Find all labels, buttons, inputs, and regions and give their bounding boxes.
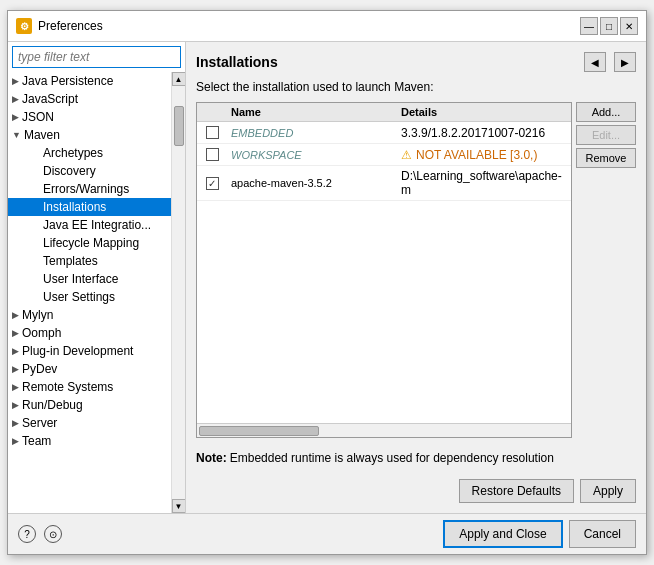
sidebar-item-label: Server	[22, 416, 57, 430]
row-checkbox[interactable]	[197, 148, 227, 161]
row-name: EMBEDDED	[227, 127, 397, 139]
horizontal-scrollbar[interactable]	[197, 423, 571, 437]
table-row[interactable]: EMBEDDED 3.3.9/1.8.2.20171007-0216	[197, 122, 571, 144]
sidebar-item-label: Templates	[43, 254, 98, 268]
sidebar-item-label: Lifecycle Mapping	[43, 236, 139, 250]
sidebar-item-label: User Settings	[43, 290, 115, 304]
details-value: 3.3.9/1.8.2.20171007-0216	[401, 126, 545, 140]
checkbox[interactable]	[206, 148, 219, 161]
chevron-icon: ▶	[12, 112, 19, 122]
table-row[interactable]: ✓ apache-maven-3.5.2 D:\Learning_softwar…	[197, 166, 571, 201]
details-header: Details	[397, 106, 571, 118]
row-checkbox[interactable]: ✓	[197, 177, 227, 190]
sidebar-item-java-ee-integration[interactable]: Java EE Integratio...	[8, 216, 171, 234]
sidebar-item-label: Mylyn	[22, 308, 53, 322]
sidebar-item-run-debug[interactable]: ▶Run/Debug	[8, 396, 171, 414]
sidebar-item-javascript[interactable]: ▶JavaScript	[8, 90, 171, 108]
sidebar-item-archetypes[interactable]: Archetypes	[8, 144, 171, 162]
remove-button[interactable]: Remove	[576, 148, 636, 168]
sidebar-item-pydev[interactable]: ▶PyDev	[8, 360, 171, 378]
sidebar-item-label: Team	[22, 434, 51, 448]
sidebar: ▶Java Persistence▶JavaScript▶JSON▼MavenA…	[8, 42, 186, 513]
check-header	[197, 106, 227, 118]
row-name: apache-maven-3.5.2	[227, 177, 397, 189]
settings-icon[interactable]: ⊙	[44, 525, 62, 543]
row-details: ⚠NOT AVAILABLE [3.0,)	[397, 148, 571, 162]
sidebar-item-java-persistence[interactable]: ▶Java Persistence	[8, 72, 171, 90]
footer-buttons: Apply and Close Cancel	[443, 520, 636, 548]
sidebar-item-installations[interactable]: Installations	[8, 198, 171, 216]
sidebar-item-label: PyDev	[22, 362, 57, 376]
apply-and-close-button[interactable]: Apply and Close	[443, 520, 562, 548]
warning-icon: ⚠	[401, 148, 412, 162]
minimize-button[interactable]: —	[580, 17, 598, 35]
chevron-icon: ▶	[12, 418, 19, 428]
sidebar-scroll: ▶Java Persistence▶JavaScript▶JSON▼MavenA…	[8, 72, 185, 513]
table-row[interactable]: WORKSPACE ⚠NOT AVAILABLE [3.0,)	[197, 144, 571, 166]
sidebar-item-errors-warnings[interactable]: Errors/Warnings	[8, 180, 171, 198]
window-icon: ⚙	[16, 18, 32, 34]
sidebar-item-plugin-development[interactable]: ▶Plug-in Development	[8, 342, 171, 360]
sidebar-item-mylyn[interactable]: ▶Mylyn	[8, 306, 171, 324]
chevron-icon: ▶	[12, 94, 19, 104]
sidebar-item-oomph[interactable]: ▶Oomph	[8, 324, 171, 342]
search-input[interactable]	[12, 46, 181, 68]
sidebar-item-json[interactable]: ▶JSON	[8, 108, 171, 126]
table-header: Name Details	[197, 103, 571, 122]
sidebar-item-remote-systems[interactable]: ▶Remote Systems	[8, 378, 171, 396]
maximize-button[interactable]: □	[600, 17, 618, 35]
cancel-button[interactable]: Cancel	[569, 520, 636, 548]
panel-description: Select the installation used to launch M…	[196, 80, 636, 94]
scroll-up-button[interactable]: ▲	[172, 72, 186, 86]
right-action-buttons: Add... Edit... Remove	[576, 102, 636, 444]
not-available-text: NOT AVAILABLE [3.0,)	[416, 148, 537, 162]
sidebar-item-templates[interactable]: Templates	[8, 252, 171, 270]
close-button[interactable]: ✕	[620, 17, 638, 35]
sidebar-item-team[interactable]: ▶Team	[8, 432, 171, 450]
restore-defaults-button[interactable]: Restore Defaults	[459, 479, 574, 503]
sidebar-item-label: Installations	[43, 200, 106, 214]
row-details: 3.3.9/1.8.2.20171007-0216	[397, 126, 571, 140]
forward-button[interactable]: ▶	[614, 52, 636, 72]
chevron-icon: ▶	[12, 310, 19, 320]
sidebar-item-label: JavaScript	[22, 92, 78, 106]
note-bold: Note:	[196, 451, 227, 465]
sidebar-item-label: Run/Debug	[22, 398, 83, 412]
scroll-track	[173, 86, 185, 499]
edit-button[interactable]: Edit...	[576, 125, 636, 145]
nav-buttons: ◀ ▶	[584, 52, 636, 72]
checkbox[interactable]: ✓	[206, 177, 219, 190]
sidebar-item-label: Oomph	[22, 326, 61, 340]
chevron-icon: ▶	[12, 328, 19, 338]
row-details: D:\Learning_software\apache-m	[397, 169, 571, 197]
checkbox[interactable]	[206, 126, 219, 139]
sidebar-item-lifecycle-mapping[interactable]: Lifecycle Mapping	[8, 234, 171, 252]
row-checkbox[interactable]	[197, 126, 227, 139]
title-buttons: — □ ✕	[580, 17, 638, 35]
sidebar-item-label: User Interface	[43, 272, 118, 286]
add-button[interactable]: Add...	[576, 102, 636, 122]
chevron-icon: ▶	[12, 436, 19, 446]
sidebar-item-label: JSON	[22, 110, 54, 124]
chevron-icon: ▼	[12, 130, 21, 140]
sidebar-item-label: Plug-in Development	[22, 344, 133, 358]
content-area: ▶Java Persistence▶JavaScript▶JSON▼MavenA…	[8, 42, 646, 513]
apply-button[interactable]: Apply	[580, 479, 636, 503]
note-text: Note: Embedded runtime is always used fo…	[196, 450, 636, 467]
sidebar-item-server[interactable]: ▶Server	[8, 414, 171, 432]
details-value: D:\Learning_software\apache-m	[401, 169, 571, 197]
table-with-buttons: Name Details EMBEDDED 3.3.9/1.8.2.201710…	[196, 102, 636, 444]
sidebar-item-user-interface[interactable]: User Interface	[8, 270, 171, 288]
main-panel: Installations ◀ ▶ Select the installatio…	[186, 42, 646, 513]
back-button[interactable]: ◀	[584, 52, 606, 72]
sidebar-item-user-settings[interactable]: User Settings	[8, 288, 171, 306]
sidebar-item-maven[interactable]: ▼Maven	[8, 126, 171, 144]
scroll-thumb[interactable]	[174, 106, 184, 146]
h-scroll-thumb[interactable]	[199, 426, 319, 436]
installations-table: Name Details EMBEDDED 3.3.9/1.8.2.201710…	[196, 102, 572, 438]
sidebar-item-discovery[interactable]: Discovery	[8, 162, 171, 180]
help-icon[interactable]: ?	[18, 525, 36, 543]
chevron-icon: ▶	[12, 364, 19, 374]
window-title: Preferences	[38, 19, 103, 33]
scroll-down-button[interactable]: ▼	[172, 499, 186, 513]
